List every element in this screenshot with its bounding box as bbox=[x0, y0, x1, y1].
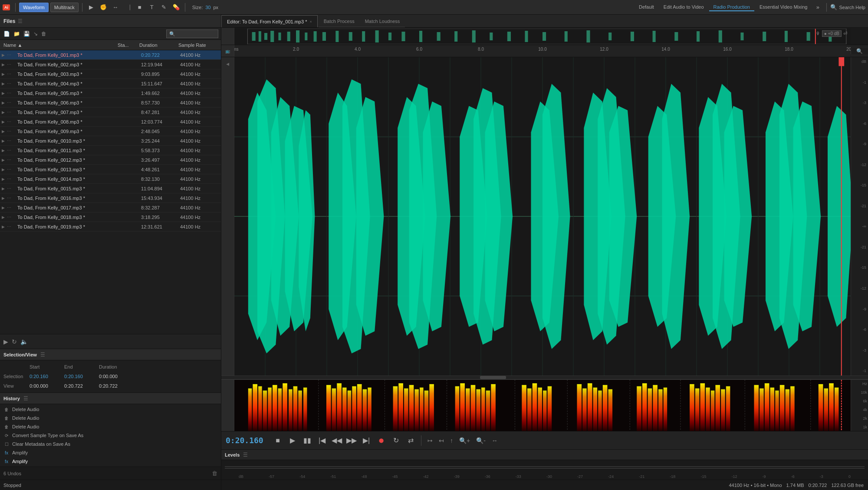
levels-menu-icon[interactable]: ☰ bbox=[242, 452, 249, 458]
sel-selection-start[interactable]: 0:20.160 bbox=[30, 372, 64, 381]
file-row[interactable]: ▶ ⋯ To Dad, From Kelly_0018.mp3 * 3:18.2… bbox=[0, 212, 221, 222]
file-row[interactable]: ▶ ⋯ To Dad, From Kelly_005.mp3 * 1:49.66… bbox=[0, 88, 221, 98]
level-mark: -6 bbox=[791, 474, 795, 479]
ruler-zoom-icon[interactable]: 🔍 bbox=[856, 48, 863, 54]
move-tool-icon[interactable]: ▶ bbox=[86, 2, 96, 13]
zoom-out-btn[interactable]: 🔍- bbox=[474, 436, 487, 445]
file-row[interactable]: ▶ ⋯ To Dad, From Kelly_003.mp3 * 9:03.89… bbox=[0, 69, 221, 79]
history-item[interactable]: 🗑Delete Audio bbox=[0, 405, 221, 414]
file-row[interactable]: ▶ ⋯ To Dad, From Kelly_006.mp3 * 8:57.73… bbox=[0, 98, 221, 108]
toolbar-sep-1 bbox=[15, 3, 16, 12]
zoom-in-amp-btn[interactable]: ↑ bbox=[448, 436, 455, 445]
batch-process-tab[interactable]: Batch Process bbox=[319, 15, 360, 27]
essential-video-tab[interactable]: Essential Video Mixing bbox=[755, 3, 812, 11]
file-icon: ⋯ bbox=[7, 81, 16, 86]
select-tool-icon[interactable]: ⎹ bbox=[122, 2, 133, 13]
files-menu-icon[interactable]: ☰ bbox=[17, 18, 23, 24]
slip-tool-icon[interactable]: ↔ bbox=[110, 2, 121, 13]
stop-btn[interactable]: ■ bbox=[272, 434, 284, 447]
file-row[interactable]: ▶ ⋯ To Dad, From Kelly_002.mp3 * 12:19.9… bbox=[0, 60, 221, 69]
zoom-full-btn[interactable]: ↔ bbox=[490, 436, 500, 445]
waveform-tab[interactable]: Waveform bbox=[19, 3, 49, 12]
file-row[interactable]: ▶ ⋯ To Dad, From Kelly_0016.mp3 * 15:43.… bbox=[0, 193, 221, 203]
file-row[interactable]: ▶ ⋯ To Dad, From Kelly_0012.mp3 * 3:26.4… bbox=[0, 155, 221, 165]
file-row[interactable]: ▶ ⋯ To Dad, From Kelly_0019.mp3 * 12:31.… bbox=[0, 222, 221, 232]
pause-btn[interactable]: ▮▮ bbox=[301, 434, 313, 447]
history-item[interactable]: ⟳Convert Sample Type on Save As bbox=[0, 431, 221, 440]
search-help[interactable]: 🔍 Search Help bbox=[830, 4, 865, 10]
goto-end-btn[interactable]: ▶| bbox=[360, 434, 372, 447]
heal-tool-icon[interactable]: 💊 bbox=[171, 2, 181, 13]
file-row[interactable]: ▶ ⋯ To Dad, From Kelly_008.mp3 * 12:03.7… bbox=[0, 117, 221, 127]
text-tool-icon[interactable]: T bbox=[147, 2, 157, 13]
clear-history-btn[interactable]: 🗑 bbox=[212, 470, 217, 477]
svg-rect-22 bbox=[507, 32, 511, 41]
more-workspaces-icon[interactable]: » bbox=[812, 2, 823, 13]
file-row[interactable]: ▶ ⋯ To Dad, From Kelly_0014.mp3 * 8:32.1… bbox=[0, 174, 221, 184]
new-file-icon[interactable]: 📄 bbox=[3, 30, 11, 38]
file-row[interactable]: ▶ ⋯ To Dad, From Kelly_004.mp3 * 15:11.6… bbox=[0, 79, 221, 88]
play-btn[interactable]: ▶ bbox=[286, 434, 299, 447]
zoom-in-time-btn[interactable]: ↦ bbox=[426, 436, 434, 445]
goto-start-btn[interactable]: |◀ bbox=[316, 434, 328, 447]
file-row[interactable]: ▶ ⋯ To Dad, From Kelly_001.mp3 * 0:20.72… bbox=[0, 50, 221, 60]
save-file-icon[interactable]: 💾 bbox=[23, 30, 31, 38]
file-name: To Dad, From Kelly_0010.mp3 * bbox=[17, 138, 119, 144]
ruler-content[interactable]: hms2.04.06.08.010.012.014.016.018.020.0 bbox=[234, 45, 851, 57]
fastforward-btn[interactable]: ▶▶ bbox=[345, 434, 358, 447]
radio-production-tab[interactable]: Radio Production bbox=[709, 3, 754, 11]
file-row[interactable]: ▶ ⋯ To Dad, From Kelly_009.mp3 * 2:48.04… bbox=[0, 127, 221, 136]
file-row[interactable]: ▶ ⋯ To Dad, From Kelly_0010.mp3 * 3:25.2… bbox=[0, 136, 221, 146]
tab-close-icon[interactable]: × bbox=[309, 20, 312, 24]
sel-selection-end[interactable]: 0:20.160 bbox=[64, 372, 99, 381]
default-workspace-tab[interactable]: Default bbox=[635, 3, 658, 11]
sel-selection-dur[interactable]: 0:00.000 bbox=[99, 372, 134, 381]
record-btn[interactable]: ⬤ bbox=[375, 434, 387, 447]
file-row[interactable]: ▶ ⋯ To Dad, From Kelly_0011.mp3 * 5:58.3… bbox=[0, 146, 221, 155]
file-row[interactable]: ▶ ⋯ To Dad, From Kelly_0013.mp3 * 4:48.2… bbox=[0, 165, 221, 174]
multitrack-tab[interactable]: Multitrack bbox=[50, 3, 79, 12]
razor-tool-icon[interactable]: ✊ bbox=[98, 2, 108, 13]
marquee-tool-icon[interactable]: ■ bbox=[135, 2, 145, 13]
svg-rect-118 bbox=[409, 385, 414, 431]
file-row[interactable]: ▶ ⋯ To Dad, From Kelly_0015.mp3 * 11:04.… bbox=[0, 184, 221, 193]
file-search-input[interactable] bbox=[166, 29, 218, 38]
file-loop-btn[interactable]: ↻ bbox=[12, 338, 17, 345]
selection-menu-icon[interactable]: ☰ bbox=[39, 352, 46, 358]
file-volume-btn[interactable]: 🔈 bbox=[20, 338, 28, 345]
open-file-icon[interactable]: 📁 bbox=[13, 30, 21, 38]
file-row[interactable]: ▶ ⋯ To Dad, From Kelly_0017.mp3 * 8:32.2… bbox=[0, 203, 221, 212]
brush-tool-icon[interactable]: ✎ bbox=[159, 2, 169, 13]
sel-view-end[interactable]: 0:20.722 bbox=[64, 381, 99, 391]
spectrogram-area[interactable] bbox=[234, 380, 851, 431]
svg-rect-117 bbox=[404, 389, 408, 431]
scrollbar-thumb[interactable] bbox=[480, 376, 506, 379]
delete-file-icon[interactable]: 🗑 bbox=[40, 30, 47, 38]
history-menu-icon[interactable]: ☰ bbox=[23, 395, 29, 402]
history-item[interactable]: fxAmplify bbox=[0, 448, 221, 457]
db-minus15-bot: -15 bbox=[861, 265, 866, 271]
skip-interval-btn[interactable]: ⇄ bbox=[404, 434, 417, 447]
history-item[interactable]: fxAmplify bbox=[0, 457, 221, 466]
edit-audio-tab[interactable]: Edit Audio to Video bbox=[659, 3, 708, 11]
file-row[interactable]: ▶ ⋯ To Dad, From Kelly_007.mp3 * 8:47.28… bbox=[0, 108, 221, 117]
status-info: 44100 Hz • 16-bit • Mono 1.74 MB 0:20.72… bbox=[729, 483, 864, 488]
import-file-icon[interactable]: ↘ bbox=[33, 30, 39, 38]
waveform-area[interactable] bbox=[234, 57, 851, 376]
rewind-btn[interactable]: ◀◀ bbox=[331, 434, 343, 447]
waveform-scrollbar[interactable] bbox=[221, 376, 868, 379]
history-item[interactable]: 🗑Delete Audio bbox=[0, 422, 221, 431]
sel-view-dur[interactable]: 0:20.722 bbox=[99, 381, 134, 391]
editor-main-tab[interactable]: Editor: To Dad, From Kelly_001.mp3 * × bbox=[221, 15, 318, 27]
overview-canvas[interactable]: 🎙 ● +0 dB ⏎ bbox=[234, 29, 851, 44]
zoom-in-btn[interactable]: 🔍+ bbox=[457, 436, 472, 445]
match-loudness-tab[interactable]: Match Loudness bbox=[360, 15, 405, 27]
history-item[interactable]: 🗑Delete Audio bbox=[0, 414, 221, 422]
history-item[interactable]: ☐Clear Metadata on Save As bbox=[0, 440, 221, 448]
file-play-btn[interactable]: ▶ bbox=[3, 338, 8, 345]
levels-scale: dB-57-54-51-48-45-42-39-36-33-30-27-24-2… bbox=[221, 474, 868, 480]
sel-view-start[interactable]: 0:00.000 bbox=[30, 381, 64, 391]
loop-btn[interactable]: ↻ bbox=[390, 434, 402, 447]
zoom-out-time-btn[interactable]: ↤ bbox=[437, 436, 446, 445]
history-text: Convert Sample Type on Save As bbox=[12, 433, 83, 438]
